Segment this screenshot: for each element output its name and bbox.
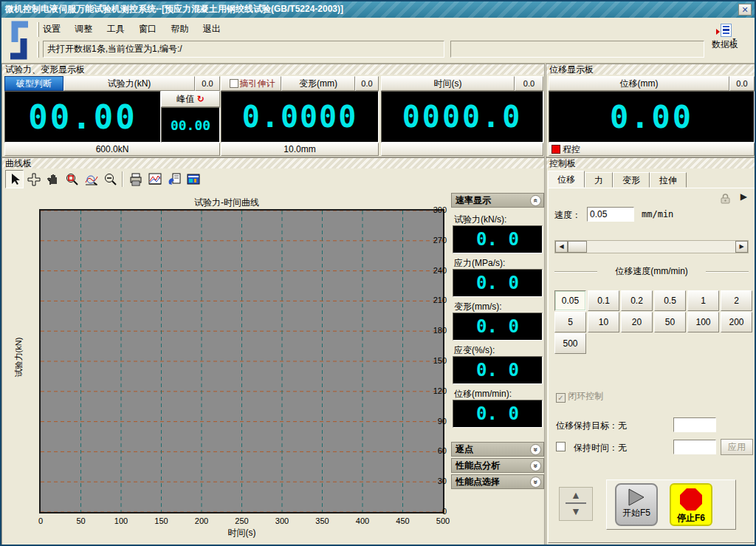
rate-panel-header[interactable]: 速率显示 « — [451, 193, 544, 208]
hold-target-input[interactable] — [673, 417, 716, 432]
peak-button[interactable]: 峰值 ↻ — [161, 91, 220, 107]
displacement-small-value: 0.0 — [729, 76, 755, 91]
window-title: 微机控制电液伺服万能试验机测控系统--[预应力混凝土用钢绞线试验(GB/T522… — [5, 4, 343, 14]
rate-displacement-label: 位移(mm/min): — [454, 388, 512, 400]
menu-exit[interactable]: 退出 — [203, 23, 221, 35]
menu-bar: 设置 调整 工具 窗口 帮助 退出 — [43, 23, 233, 35]
break-judge-button[interactable]: 破型判断 — [4, 76, 63, 91]
status-text: 共打开数据1条,当前位置为1,编号:/ — [43, 41, 444, 58]
menu-settings[interactable]: 设置 — [43, 23, 61, 35]
speed-preset-0.1[interactable]: 0.1 — [588, 290, 619, 311]
cursor-tool-icon[interactable] — [5, 170, 24, 188]
curve-options-icon[interactable] — [145, 170, 164, 188]
scroll-left-icon[interactable]: ◀ — [555, 241, 568, 253]
time-display-group: 时间(s) 0.0 0000.0 — [381, 76, 543, 156]
displacement-lcd: 0.00 — [549, 91, 755, 143]
hold-time-input[interactable] — [673, 440, 716, 454]
menu-tools[interactable]: 工具 — [107, 23, 125, 35]
speed-preset-5[interactable]: 5 — [554, 312, 586, 332]
section-performance-select[interactable]: 性能点选择 » — [451, 474, 544, 489]
menu-adjust[interactable]: 调整 — [75, 23, 92, 35]
jog-updown-button[interactable]: ▲ ▼ — [559, 487, 593, 521]
apply-button[interactable]: 应用 — [721, 439, 753, 455]
down-arrow-icon: ▼ — [560, 504, 592, 519]
extensometer-checkbox[interactable] — [230, 79, 238, 88]
extensometer-toggle[interactable]: 摘引伸计 — [221, 76, 281, 91]
start-button-label: 开始F5 — [616, 507, 656, 519]
collapse-up-icon[interactable]: « — [530, 195, 541, 206]
start-button[interactable]: 开始F5 — [615, 483, 658, 526]
scroll-right-icon[interactable]: ▶ — [735, 241, 748, 253]
close-icon[interactable]: ✕ — [738, 4, 752, 16]
speed-preset-10[interactable]: 10 — [588, 312, 619, 332]
tab-deform[interactable]: 变形 — [613, 172, 650, 188]
display-settings-icon[interactable] — [184, 170, 202, 188]
expand-down-icon[interactable]: » — [530, 460, 541, 471]
peak-lcd: 00.00 — [161, 107, 220, 143]
data-panel-button[interactable]: ▼ 数据板 — [703, 24, 747, 61]
stop-button[interactable]: 停止F6 — [670, 483, 712, 526]
rate-stress-lcd: 0. 0 — [453, 269, 543, 297]
displacement-panel-title: 位移显示板 — [546, 64, 756, 75]
peak-refresh-icon[interactable]: ↻ — [197, 94, 205, 104]
section-pointwise[interactable]: 逐点 » — [451, 442, 544, 457]
print-icon[interactable] — [126, 170, 145, 188]
app-window: 微机控制电液伺服万能试验机测控系统--[预应力混凝土用钢绞线试验(GB/T522… — [0, 0, 756, 546]
speed-unit: mm/min — [642, 209, 673, 219]
rate-stress-label: 应力(MPa/s): — [454, 257, 505, 270]
export-report-icon[interactable] — [165, 170, 183, 188]
deform-channel-button[interactable]: 变形(mm) — [281, 76, 355, 91]
tab-tension[interactable]: 拉伸 — [650, 172, 687, 188]
speed-input[interactable] — [587, 207, 634, 222]
dropdown-caret-icon[interactable]: ▼ — [732, 37, 737, 42]
speed-preset-500[interactable]: 500 — [554, 333, 586, 354]
speed-preset-20[interactable]: 20 — [621, 312, 653, 332]
displacement-channel-button[interactable]: 位移(mm) — [549, 76, 729, 91]
menu-help[interactable]: 帮助 — [171, 23, 188, 35]
curve-toolbar — [2, 170, 544, 191]
speed-preset-0.2[interactable]: 0.2 — [621, 290, 653, 311]
menu-window[interactable]: 窗口 — [139, 23, 157, 35]
curve-panel-title: 曲线板 — [2, 158, 544, 168]
program-control-label: 程控 — [563, 144, 580, 154]
rate-strain-label: 应变(%/s): — [454, 344, 495, 357]
speed-preset-2[interactable]: 2 — [721, 290, 752, 311]
speed-preset-100[interactable]: 100 — [687, 312, 719, 332]
rate-strain-lcd: 0. 0 — [453, 356, 543, 384]
zoom-box-tool-icon[interactable] — [63, 170, 81, 188]
control-tabs: 位移 力 变形 拉伸 — [548, 171, 687, 188]
speed-preset-50[interactable]: 50 — [654, 312, 686, 332]
speed-preset-0.05[interactable]: 0.05 — [554, 290, 586, 311]
section-performance-analysis-label: 性能点分析 — [456, 460, 500, 471]
panel-play-icon[interactable]: ▶ — [740, 191, 747, 202]
force-lcd: 00.00 — [4, 91, 161, 143]
tab-force[interactable]: 力 — [585, 172, 613, 188]
speed-scrollbar[interactable]: ◀ ▶ — [554, 240, 749, 253]
program-control-led-icon — [551, 145, 560, 154]
tab-displacement[interactable]: 位移 — [548, 171, 585, 188]
curve-panel: 曲线板 — [1, 157, 545, 546]
time-range-label — [381, 143, 543, 156]
x-axis-label: 时间(s) — [39, 527, 444, 539]
status-field-secondary — [450, 41, 704, 58]
force-deform-display-panel: 试验力、变形显示板 破型判断 试验力(kN) 0.0 00.00 峰值 ↻ 00… — [1, 64, 545, 157]
scrollbar-thumb[interactable] — [568, 241, 587, 253]
time-small-value: 0.0 — [515, 76, 543, 91]
rate-force-lcd: 0. 0 — [453, 225, 543, 253]
plot-area[interactable] — [39, 209, 444, 513]
crosshair-tool-icon[interactable] — [24, 170, 43, 188]
zoom-curve-tool-icon[interactable] — [82, 170, 100, 188]
expand-down-icon[interactable]: » — [530, 444, 541, 455]
speed-preset-0.5[interactable]: 0.5 — [654, 290, 686, 311]
hold-time-checkbox[interactable] — [556, 442, 566, 451]
deform-lcd: 0.0000 — [221, 91, 379, 143]
toolbar-band: 设置 调整 工具 窗口 帮助 退出 共打开数据1条,当前位置为1,编号:/ ▼ … — [1, 18, 755, 64]
pan-tool-icon[interactable] — [44, 170, 62, 188]
force-channel-button[interactable]: 试验力(kN) — [63, 76, 195, 91]
expand-down-icon[interactable]: » — [530, 477, 541, 488]
time-channel-button[interactable]: 时间(s) — [381, 76, 515, 91]
section-performance-analysis[interactable]: 性能点分析 » — [451, 458, 544, 473]
speed-preset-1[interactable]: 1 — [687, 290, 719, 311]
zoom-out-tool-icon[interactable] — [101, 170, 120, 188]
speed-preset-200[interactable]: 200 — [721, 312, 752, 332]
